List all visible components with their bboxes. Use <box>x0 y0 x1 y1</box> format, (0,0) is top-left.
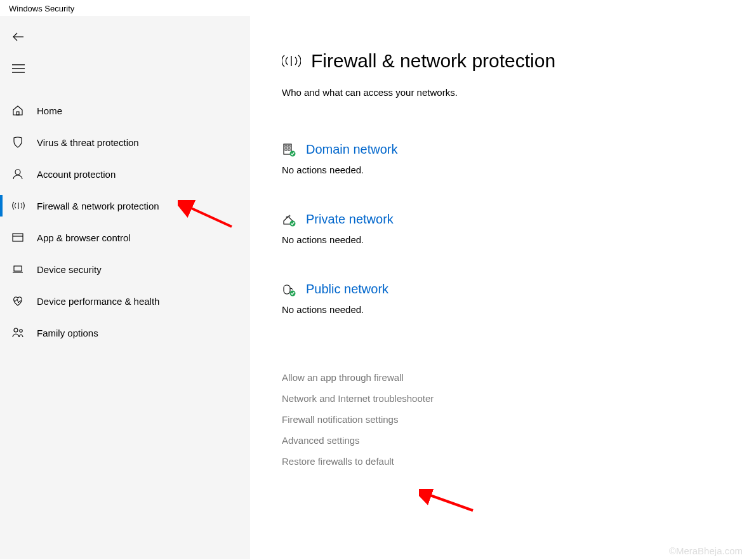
svg-point-20 <box>286 217 288 218</box>
firewall-links-section: Allow an app through firewall Network an… <box>282 372 724 467</box>
back-button[interactable] <box>0 21 250 53</box>
hamburger-button[interactable] <box>0 53 250 84</box>
svg-point-11 <box>14 328 18 332</box>
svg-rect-17 <box>285 149 287 150</box>
svg-rect-18 <box>288 149 290 150</box>
person-icon <box>11 168 25 180</box>
svg-point-21 <box>289 215 290 217</box>
sidebar-item-label: Home <box>37 105 62 116</box>
svg-point-5 <box>15 170 20 175</box>
window-title: Windows Security <box>0 0 749 16</box>
link-restore-default[interactable]: Restore firewalls to default <box>282 456 724 467</box>
svg-rect-15 <box>285 145 287 147</box>
main-content: Firewall & network protection Who and wh… <box>250 16 749 559</box>
sidebar-item-label: App & browser control <box>37 232 131 243</box>
domain-network-link[interactable]: Domain network <box>306 142 398 157</box>
broadcast-icon <box>282 52 301 70</box>
public-network-status: No actions needed. <box>282 304 536 315</box>
public-network-icon <box>282 283 297 297</box>
private-network-status: No actions needed. <box>282 234 536 245</box>
heart-icon <box>11 295 25 307</box>
sidebar-item-firewall[interactable]: Firewall & network protection <box>0 190 250 222</box>
sidebar-item-label: Device security <box>37 264 102 275</box>
sidebar-item-label: Firewall & network protection <box>37 201 159 211</box>
browser-icon <box>11 231 25 244</box>
sidebar-item-home[interactable]: Home <box>0 95 250 126</box>
svg-rect-7 <box>13 234 23 241</box>
sidebar-item-app-browser[interactable]: App & browser control <box>0 222 250 253</box>
link-allow-app[interactable]: Allow an app through firewall <box>282 372 724 383</box>
sidebar: Home Virus & threat protection Account p… <box>0 16 250 559</box>
private-network-link[interactable]: Private network <box>306 212 394 227</box>
sidebar-item-label: Virus & threat protection <box>37 137 139 148</box>
back-arrow-icon <box>11 30 25 44</box>
broadcast-icon <box>11 199 25 212</box>
link-troubleshooter[interactable]: Network and Internet troubleshooter <box>282 393 724 404</box>
sidebar-item-device-performance[interactable]: Device performance & health <box>0 285 250 317</box>
svg-point-12 <box>20 330 22 332</box>
svg-rect-16 <box>288 145 290 147</box>
hamburger-icon <box>11 62 25 76</box>
link-notification-settings[interactable]: Firewall notification settings <box>282 414 724 425</box>
svg-rect-4 <box>17 112 19 115</box>
public-network-link[interactable]: Public network <box>306 282 388 297</box>
network-section-domain: Domain network No actions needed. <box>282 142 536 175</box>
sidebar-item-label: Device performance & health <box>37 296 159 307</box>
page-title: Firewall & network protection <box>311 50 555 72</box>
sidebar-item-family[interactable]: Family options <box>0 317 250 349</box>
family-icon <box>11 326 25 339</box>
sidebar-item-label: Account protection <box>37 169 116 180</box>
network-section-private: Private network No actions needed. <box>282 212 536 245</box>
domain-network-icon <box>282 143 297 157</box>
laptop-icon <box>11 263 25 276</box>
private-network-icon <box>282 213 297 227</box>
link-advanced-settings[interactable]: Advanced settings <box>282 435 724 446</box>
domain-network-status: No actions needed. <box>282 164 536 175</box>
shield-icon <box>11 136 25 149</box>
sidebar-item-virus[interactable]: Virus & threat protection <box>0 126 250 158</box>
svg-rect-9 <box>14 266 22 271</box>
sidebar-item-account[interactable]: Account protection <box>0 158 250 190</box>
home-icon <box>11 104 25 117</box>
watermark: ©MeraBheja.com <box>669 545 743 556</box>
sidebar-item-label: Family options <box>37 328 98 338</box>
sidebar-item-device-security[interactable]: Device security <box>0 253 250 285</box>
page-subtitle: Who and what can access your networks. <box>282 87 724 98</box>
network-section-public: Public network No actions needed. <box>282 282 536 315</box>
